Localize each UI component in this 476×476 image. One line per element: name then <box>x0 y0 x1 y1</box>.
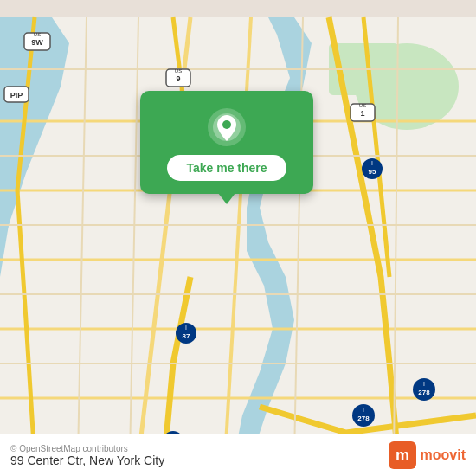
svg-text:I: I <box>423 381 425 387</box>
moovit-brand-icon: m <box>389 441 416 469</box>
map-container: 9W US PIP 9 US 9 US 1 US I 95 I 87 I 278… <box>0 0 476 476</box>
location-popup: Take me there <box>140 91 313 194</box>
svg-text:87: 87 <box>183 332 190 340</box>
bottom-bar: © OpenStreetMap contributors 99 Center C… <box>0 434 476 476</box>
svg-text:278: 278 <box>357 415 370 422</box>
map-background: 9W US PIP 9 US 9 US 1 US I 95 I 87 I 278… <box>0 0 476 476</box>
moovit-logo: m moovit <box>389 441 466 469</box>
svg-text:I: I <box>185 325 187 331</box>
take-me-there-button[interactable]: Take me there <box>167 155 286 181</box>
svg-text:US: US <box>34 32 41 37</box>
svg-text:278: 278 <box>418 389 430 396</box>
svg-text:9: 9 <box>176 74 180 83</box>
location-pin-icon <box>208 108 246 146</box>
svg-text:US: US <box>175 68 182 74</box>
copyright-text: © OpenStreetMap contributors <box>10 444 164 453</box>
moovit-brand-text: moovit <box>421 447 466 463</box>
svg-text:I: I <box>371 160 373 166</box>
svg-text:1: 1 <box>360 109 364 118</box>
bottom-left-info: © OpenStreetMap contributors 99 Center C… <box>10 444 164 467</box>
svg-text:PIP: PIP <box>10 91 23 100</box>
svg-text:US: US <box>359 103 366 108</box>
svg-text:95: 95 <box>369 168 376 176</box>
svg-text:I: I <box>363 407 364 413</box>
svg-point-53 <box>222 120 231 129</box>
svg-text:m: m <box>396 447 409 464</box>
address-text: 99 Center Ctr, New York City <box>10 453 164 467</box>
svg-text:9W: 9W <box>31 38 43 47</box>
